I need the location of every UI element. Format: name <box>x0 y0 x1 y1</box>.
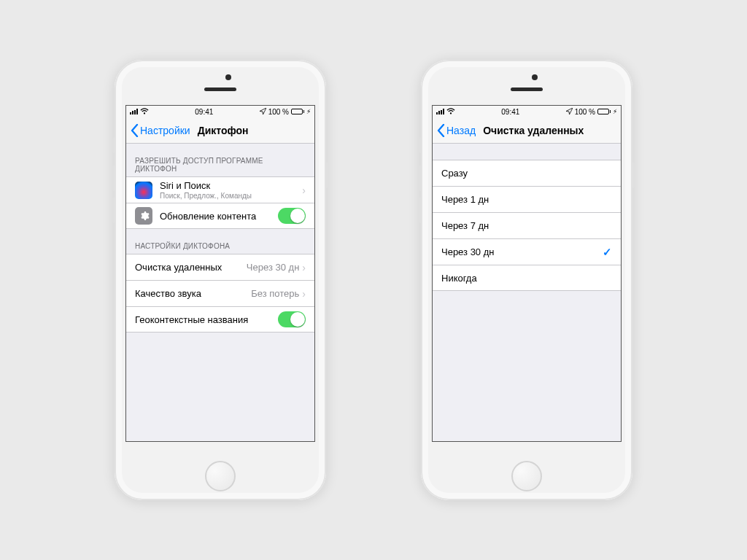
option-row[interactable]: Через 30 дн ✓ <box>433 238 621 265</box>
battery-percent: 100 % <box>268 108 289 116</box>
back-button[interactable]: Настройки <box>131 124 190 137</box>
device-right: 09:41 100 % ⚡︎ Назад Очистка удаленных С… <box>421 60 632 500</box>
battery-icon <box>291 109 304 114</box>
section-header-settings: НАСТРОЙКИ ДИКТОФОНА <box>126 229 314 254</box>
nav-bar: Настройки Диктофон <box>126 117 314 144</box>
back-label: Назад <box>446 125 476 136</box>
status-time: 09:41 <box>195 108 213 116</box>
option-row[interactable]: Никогда <box>433 265 621 291</box>
section-header-access: РАЗРЕШИТЬ ДОСТУП ПРОГРАММЕ ДИКТОФОН <box>126 144 314 176</box>
option-label: Через 7 дн <box>441 220 612 231</box>
status-bar: 09:41 100 % ⚡︎ <box>126 106 314 117</box>
cell-siri-search[interactable]: Siri и Поиск Поиск, Предлож., Команды › <box>126 176 314 203</box>
chevron-right-icon: › <box>302 184 306 196</box>
back-button[interactable]: Назад <box>437 124 476 137</box>
clear-label: Очистка удаленных <box>135 262 247 273</box>
screen-clear-deleted: 09:41 100 % ⚡︎ Назад Очистка удаленных С… <box>432 105 622 442</box>
gear-icon <box>135 207 152 225</box>
home-button[interactable] <box>511 461 542 491</box>
device-left: 09:41 100 % ⚡︎ Настройки Диктофон РАЗРЕШ… <box>115 60 326 500</box>
back-label: Настройки <box>140 125 190 136</box>
option-label: Через 1 дн <box>441 194 612 205</box>
geo-label: Геоконтекстные названия <box>135 314 278 325</box>
option-row[interactable]: Через 1 дн <box>433 186 621 212</box>
geo-toggle[interactable] <box>278 311 306 327</box>
siri-subtitle: Поиск, Предлож., Команды <box>160 192 302 200</box>
screen-settings-voicememos: 09:41 100 % ⚡︎ Настройки Диктофон РАЗРЕШ… <box>125 105 315 442</box>
refresh-toggle[interactable] <box>278 208 306 224</box>
quality-label: Качество звука <box>135 288 251 299</box>
cell-clear-deleted[interactable]: Очистка удаленных Через 30 дн › <box>126 254 314 280</box>
battery-percent: 100 % <box>575 108 595 116</box>
checkmark-icon: ✓ <box>603 246 612 259</box>
cell-audio-quality[interactable]: Качество звука Без потерь › <box>126 280 314 306</box>
nav-bar: Назад Очистка удаленных <box>433 117 621 144</box>
nav-title: Диктофон <box>198 125 249 136</box>
status-bar: 09:41 100 % ⚡︎ <box>433 106 621 117</box>
chevron-right-icon: › <box>302 262 306 273</box>
quality-value: Без потерь <box>251 288 299 299</box>
battery-icon <box>597 109 611 114</box>
siri-icon <box>135 182 152 199</box>
option-row[interactable]: Через 7 дн <box>433 212 621 238</box>
status-time: 09:41 <box>501 108 519 116</box>
cellular-icon <box>130 109 138 114</box>
refresh-label: Обновление контента <box>160 211 278 222</box>
nav-title: Очистка удаленных <box>483 125 584 136</box>
clear-value: Через 30 дн <box>247 262 299 273</box>
siri-title: Siri и Поиск <box>160 180 302 191</box>
location-icon <box>566 108 573 116</box>
wifi-icon <box>446 108 455 116</box>
option-label: Через 30 дн <box>441 246 603 257</box>
charging-icon: ⚡︎ <box>306 108 311 115</box>
cell-location-names[interactable]: Геоконтекстные названия <box>126 306 314 332</box>
location-icon <box>260 108 266 116</box>
charging-icon: ⚡︎ <box>613 108 617 115</box>
option-label: Никогда <box>441 273 612 284</box>
wifi-icon <box>140 108 149 116</box>
chevron-right-icon: › <box>302 288 306 300</box>
option-row[interactable]: Сразу <box>433 160 621 186</box>
cellular-icon <box>436 109 444 114</box>
home-button[interactable] <box>205 461 236 491</box>
option-label: Сразу <box>441 168 612 179</box>
cell-background-refresh[interactable]: Обновление контента <box>126 203 314 229</box>
